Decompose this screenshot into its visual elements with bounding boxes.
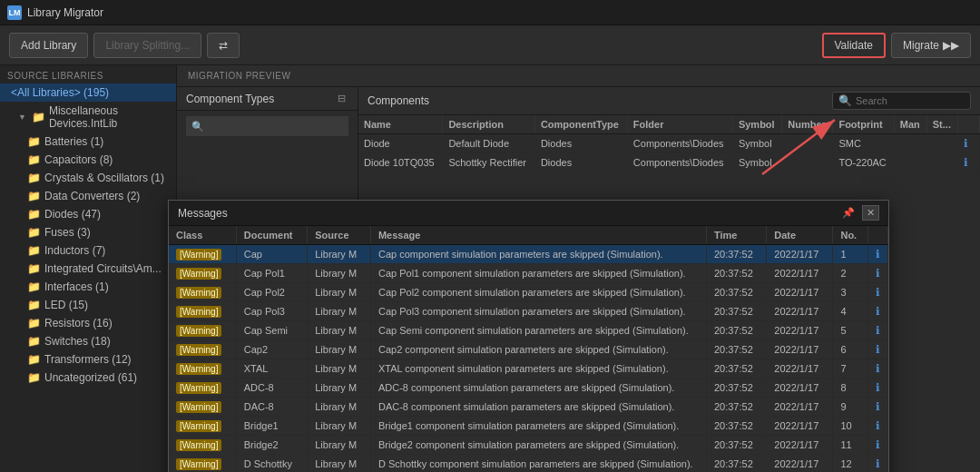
message-row[interactable]: [Warning]Cap Pol1Library MCap Pol1 compo… — [169, 264, 888, 283]
filter-icon[interactable]: ⊟ — [335, 92, 348, 105]
folder-icon-5: 📁 — [27, 226, 41, 239]
sidebar-label-0: Batteries (1) — [44, 135, 103, 148]
migrate-arrow-icon: ▶▶ — [943, 39, 959, 52]
folder-icon-4: 📁 — [27, 208, 41, 221]
msg-info-icon-11[interactable]: ℹ — [876, 457, 880, 470]
sidebar-item-7[interactable]: 📁 Integrated Circuits\Am... — [0, 260, 176, 278]
folder-icon-6: 📁 — [27, 244, 41, 257]
search-icon: 🔍 — [838, 94, 852, 107]
info-icon-1[interactable]: ℹ — [964, 156, 968, 169]
migration-preview-label: MIGRATION PREVIEW — [177, 65, 980, 87]
msg-info-icon-4[interactable]: ℹ — [876, 324, 880, 337]
col-description: Description — [443, 115, 535, 134]
pin-button[interactable]: 📌 — [838, 206, 858, 220]
messages-dialog: Messages 📌 ✕ Class Document Source Messa… — [168, 200, 889, 472]
search-input[interactable] — [856, 95, 965, 106]
message-row[interactable]: [Warning]Cap SemiLibrary MCap Semi compo… — [169, 321, 888, 340]
row-model: Symbol — [732, 134, 781, 153]
msg-info-icon-8[interactable]: ℹ — [876, 400, 880, 413]
add-library-button[interactable]: Add Library — [9, 33, 88, 58]
msg-info-icon-6[interactable]: ℹ — [876, 362, 880, 375]
validate-button[interactable]: Validate — [822, 33, 886, 58]
components-table: Name Description ComponentType Folder Sy… — [358, 115, 980, 172]
col-type: ComponentType — [534, 115, 627, 134]
message-row[interactable]: [Warning]Bridge2Library MBridge2 compone… — [169, 436, 888, 455]
row-name: Diode — [358, 134, 443, 153]
row-manufacturer — [894, 134, 926, 153]
table-header-row: Name Description ComponentType Folder Sy… — [358, 115, 980, 134]
row-type: Diodes — [534, 134, 627, 153]
sidebar-item-9[interactable]: 📁 LED (15) — [0, 296, 176, 314]
panel-header-icons: ⊟ — [335, 92, 348, 105]
sidebar-item-3[interactable]: 📁 Data Converters (2) — [0, 187, 176, 205]
row-footprint: SMC — [833, 134, 894, 153]
msg-info-icon-1[interactable]: ℹ — [876, 267, 880, 280]
sync-button[interactable]: ⇄ — [207, 33, 240, 58]
row-manufacturer — [894, 153, 926, 172]
messages-header-row: Class Document Source Message Time Date … — [169, 226, 888, 245]
row-folder: Components\Diodes — [627, 153, 732, 172]
msg-info-icon-2[interactable]: ℹ — [876, 286, 880, 299]
folder-icon-7: 📁 — [27, 262, 41, 275]
sidebar-item-12[interactable]: 📁 Transformers (12) — [0, 350, 176, 369]
sidebar-item-13[interactable]: 📁 Uncategorized (61) — [0, 369, 176, 387]
msg-col-date: Date — [767, 226, 833, 245]
msg-info-icon-3[interactable]: ℹ — [876, 305, 880, 318]
row-info[interactable]: ℹ — [958, 134, 980, 153]
row-name: Diode 10TQ035 — [358, 153, 443, 172]
library-splitting-button[interactable]: Library Splitting... — [93, 33, 201, 58]
sidebar-item-10[interactable]: 📁 Resistors (16) — [0, 314, 176, 332]
folder-icon-switches: 📁 — [27, 335, 41, 348]
sidebar-label-5: Fuses (3) — [44, 226, 91, 239]
sidebar-item-switches[interactable]: 📁 Switches (18) — [0, 332, 176, 350]
table-row[interactable]: Diode 10TQ035 Schottky Rectifier Diodes … — [358, 153, 980, 172]
titlebar: LM Library Migrator — [0, 0, 980, 25]
row-model: Symbol — [732, 153, 781, 172]
sidebar-label-12: Transformers (12) — [44, 353, 132, 366]
msg-info-icon-10[interactable]: ℹ — [876, 438, 880, 451]
sidebar-item-5[interactable]: 📁 Fuses (3) — [0, 223, 176, 241]
message-row[interactable]: [Warning]XTALLibrary MXTAL component sim… — [169, 359, 888, 379]
msg-info-icon-5[interactable]: ℹ — [876, 343, 880, 356]
root-library-item[interactable]: ▼ 📁 Miscellaneous Devices.IntLib — [0, 102, 176, 133]
message-row[interactable]: [Warning]CapLibrary MCap component simul… — [169, 245, 888, 264]
msg-col-message: Message — [370, 226, 706, 245]
table-row[interactable]: Diode Default Diode Diodes Components\Di… — [358, 134, 980, 153]
sidebar-item-2[interactable]: 📁 Crystals & Oscillators (1) — [0, 169, 176, 187]
folder-icon-1: 📁 — [27, 153, 41, 166]
msg-col-document: Document — [236, 226, 308, 245]
col-action — [958, 115, 980, 134]
sidebar-item-4[interactable]: 📁 Diodes (47) — [0, 205, 176, 223]
sidebar-item-1[interactable]: 📁 Capacitors (8) — [0, 151, 176, 169]
messages-dialog-titlebar: Messages 📌 ✕ — [169, 201, 888, 226]
sidebar-label-4: Diodes (47) — [44, 208, 101, 221]
message-row[interactable]: [Warning]Cap Pol3Library MCap Pol3 compo… — [169, 302, 888, 321]
message-row[interactable]: [Warning]Cap2Library MCap2 component sim… — [169, 340, 888, 359]
components-header: Components 🔍 — [358, 87, 980, 115]
msg-info-icon-0[interactable]: ℹ — [876, 248, 880, 261]
info-icon-0[interactable]: ℹ — [964, 137, 968, 150]
message-row[interactable]: [Warning]DAC-8Library MDAC-8 component s… — [169, 398, 888, 417]
folder-icon-9: 📁 — [27, 299, 41, 311]
row-info[interactable]: ℹ — [958, 153, 980, 172]
message-row[interactable]: [Warning]D SchottkyLibrary MD Schottky c… — [169, 455, 888, 473]
search-box[interactable]: 🔍 — [832, 92, 971, 110]
migrate-button[interactable]: Migrate ▶▶ — [891, 33, 971, 58]
close-button[interactable]: ✕ — [862, 205, 879, 221]
sidebar-item-6[interactable]: 📁 Inductors (7) — [0, 241, 176, 260]
col-symbol: Symbol — [732, 115, 781, 134]
message-row[interactable]: [Warning]Cap Pol2Library MCap Pol2 compo… — [169, 283, 888, 302]
sidebar-label-9: LED (15) — [44, 299, 88, 311]
source-libraries-label: SOURCE LIBRARIES — [0, 65, 176, 84]
all-libraries-item[interactable]: <All Libraries> (195) — [0, 84, 176, 102]
row-extra — [782, 153, 833, 172]
msg-info-icon-7[interactable]: ℹ — [876, 381, 880, 394]
sidebar-item-interfaces[interactable]: 📁 Interfaces (1) — [0, 278, 176, 296]
msg-info-icon-9[interactable]: ℹ — [876, 419, 880, 432]
app-icon: LM — [7, 5, 22, 20]
folder-icon-10: 📁 — [27, 317, 41, 329]
message-row[interactable]: [Warning]ADC-8Library MADC-8 component s… — [169, 379, 888, 398]
message-row[interactable]: [Warning]Bridge1Library MBridge1 compone… — [169, 417, 888, 436]
col-status: St... — [926, 115, 957, 134]
sidebar-item-0[interactable]: 📁 Batteries (1) — [0, 133, 176, 151]
